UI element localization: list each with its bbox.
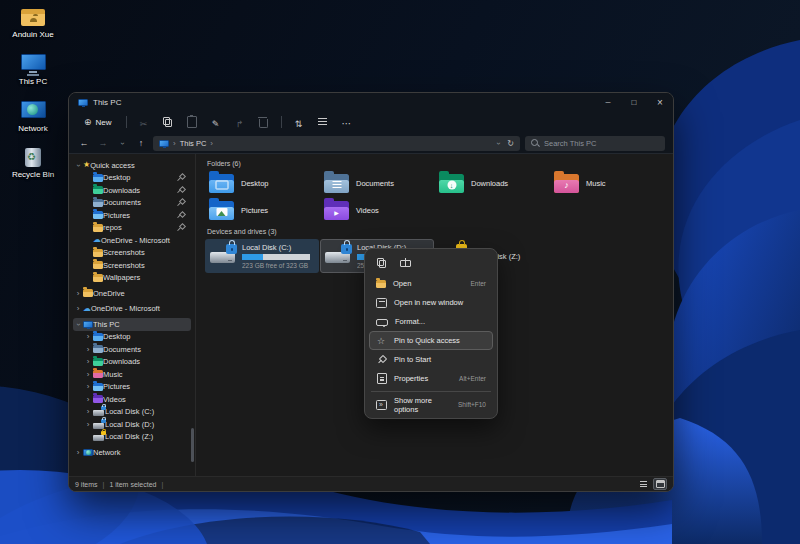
items-count: 9 items	[75, 481, 98, 488]
expander-chevron-icon[interactable]	[83, 357, 93, 366]
sidebar-item-downloads[interactable]: Downloads	[73, 356, 191, 369]
expander-chevron-icon[interactable]	[83, 273, 93, 282]
desktop-icon-this-pc[interactable]: This PC	[4, 52, 62, 87]
drive-icon	[210, 243, 237, 265]
sidebar-item-onedrive[interactable]: OneDrive	[73, 287, 191, 300]
sidebar-item-documents[interactable]: Documents	[73, 343, 191, 356]
sidebar-item-label: Downloads	[103, 357, 140, 366]
sidebar-item-network[interactable]: Network	[73, 446, 191, 459]
expander-chevron-icon[interactable]	[83, 432, 93, 441]
folder-tile-pictures[interactable]: Pictures	[205, 198, 319, 222]
sidebar-item-quick-access[interactable]: ★ Quick access	[73, 159, 191, 172]
title-bar[interactable]: This PC	[69, 93, 673, 111]
recent-locations-icon[interactable]: ›	[117, 142, 126, 145]
folder-tile-videos[interactable]: Videos	[320, 198, 434, 222]
breadcrumb[interactable]: This PC	[180, 139, 207, 148]
sidebar-item-desktop[interactable]: Desktop	[73, 331, 191, 344]
drive-tile-local-disk-c[interactable]: Local Disk (C:) 223 GB free of 323 GB	[205, 239, 319, 273]
expander-chevron-icon[interactable]	[83, 370, 93, 379]
sidebar-item-repos[interactable]: repos	[73, 222, 191, 235]
folder-tile-downloads[interactable]: Downloads	[435, 171, 549, 195]
folders-group-header[interactable]: Folders (6)	[207, 160, 667, 167]
expander-chevron-icon[interactable]	[83, 407, 93, 416]
desktop-icon-anduin-xue[interactable]: Anduin Xue	[4, 5, 62, 40]
sidebar-item-local-disk-z[interactable]: Local Disk (Z:)	[73, 431, 191, 444]
sidebar-item-onedrive-microsoft[interactable]: ☁ OneDrive - Microsoft	[73, 303, 191, 316]
expander-chevron-icon[interactable]	[83, 395, 93, 404]
expander-chevron-icon[interactable]	[83, 236, 93, 245]
expander-chevron-icon[interactable]	[83, 248, 93, 257]
sidebar-item-pictures[interactable]: Pictures	[73, 209, 191, 222]
new-button[interactable]: New	[77, 115, 119, 129]
sidebar-scrollbar[interactable]	[191, 428, 194, 462]
menu-item-open-in-new-window[interactable]: Open in new window	[369, 293, 493, 312]
expander-chevron-icon[interactable]	[73, 289, 83, 298]
menu-item-pin-to-start[interactable]: Pin to Start	[369, 350, 493, 369]
minimize-button[interactable]	[595, 93, 621, 111]
expander-chevron-icon[interactable]	[83, 223, 93, 232]
expander-chevron-icon[interactable]	[83, 186, 93, 195]
copy-icon[interactable]	[377, 258, 386, 268]
expander-chevron-icon[interactable]	[83, 345, 93, 354]
back-button[interactable]	[77, 138, 91, 148]
address-bar[interactable]: › This PC › ›	[153, 136, 520, 151]
address-dropdown-icon[interactable]: ›	[493, 142, 502, 145]
sidebar-item-screenshots[interactable]: Screenshots	[73, 259, 191, 272]
sidebar-item-onedrive-microsoft[interactable]: ☁ OneDrive - Microsoft	[73, 234, 191, 247]
expander-chevron-icon[interactable]	[73, 304, 83, 313]
folder-tile-music[interactable]: Music	[550, 171, 664, 195]
sidebar-item-local-disk-c[interactable]: Local Disk (C:)	[73, 406, 191, 419]
up-button[interactable]	[134, 138, 148, 148]
forward-button[interactable]	[96, 138, 110, 148]
details-view-button[interactable]	[636, 478, 650, 490]
folder-tile-documents[interactable]: Documents	[320, 171, 434, 195]
sidebar-item-downloads[interactable]: Downloads	[73, 184, 191, 197]
sidebar-item-label: This PC	[93, 320, 120, 329]
sort-button[interactable]	[289, 114, 309, 130]
view-button[interactable]	[313, 114, 333, 130]
maximize-button[interactable]	[621, 93, 647, 111]
menu-item-open[interactable]: Open Enter	[369, 274, 493, 293]
see-more-button[interactable]	[337, 114, 357, 130]
copy-button[interactable]	[158, 114, 178, 130]
desktop-icon-network[interactable]: Network	[4, 99, 62, 134]
sidebar-item-videos[interactable]: Videos	[73, 393, 191, 406]
expander-chevron-icon[interactable]	[83, 332, 93, 341]
sidebar-item-documents[interactable]: Documents	[73, 197, 191, 210]
close-button[interactable]	[647, 93, 673, 111]
sidebar-item-desktop[interactable]: Desktop	[73, 172, 191, 185]
rename-icon[interactable]	[400, 258, 411, 268]
bitlocker-lock-icon	[226, 244, 237, 254]
expander-chevron-icon[interactable]	[83, 211, 93, 220]
sidebar-item-local-disk-d[interactable]: Local Disk (D:)	[73, 418, 191, 431]
menu-item-format[interactable]: Format...	[369, 312, 493, 331]
menu-item-pin-to-quick-access[interactable]: Pin to Quick access	[369, 331, 493, 350]
this-pc-icon	[78, 99, 88, 106]
selection-count: 1 item selected	[109, 481, 156, 488]
sidebar-item-screenshots[interactable]: Screenshots	[73, 247, 191, 260]
rename-button[interactable]	[206, 114, 226, 130]
expander-chevron-icon[interactable]	[83, 261, 93, 270]
new-button-label: New	[96, 118, 112, 127]
sidebar-item-this-pc[interactable]: This PC	[73, 318, 191, 331]
folder-tile-label: Pictures	[241, 206, 268, 215]
expander-chevron-icon[interactable]	[83, 420, 93, 429]
folder-tile-desktop[interactable]: Desktop	[205, 171, 319, 195]
expander-chevron-icon[interactable]	[83, 382, 93, 391]
menu-item-properties[interactable]: Properties Alt+Enter	[369, 369, 493, 388]
sidebar-item-wallpapers[interactable]: Wallpapers	[73, 272, 191, 285]
menu-item-show-more-options[interactable]: Show more options Shift+F10	[369, 395, 493, 414]
folder-pictures-icon	[93, 211, 103, 219]
expander-chevron-icon[interactable]	[73, 448, 83, 457]
sidebar-item-pictures[interactable]: Pictures	[73, 381, 191, 394]
expander-chevron-icon[interactable]	[73, 161, 83, 170]
sidebar-item-music[interactable]: Music	[73, 368, 191, 381]
expander-chevron-icon[interactable]	[83, 198, 93, 207]
drives-group-header[interactable]: Devices and drives (3)	[207, 228, 667, 235]
desktop-icon-recycle-bin[interactable]: Recycle Bin	[4, 145, 62, 180]
refresh-icon[interactable]	[507, 139, 514, 148]
expander-chevron-icon[interactable]	[73, 320, 83, 329]
search-input[interactable]: Search This PC	[525, 136, 665, 151]
expander-chevron-icon[interactable]	[83, 173, 93, 182]
icons-view-button[interactable]	[653, 478, 667, 490]
